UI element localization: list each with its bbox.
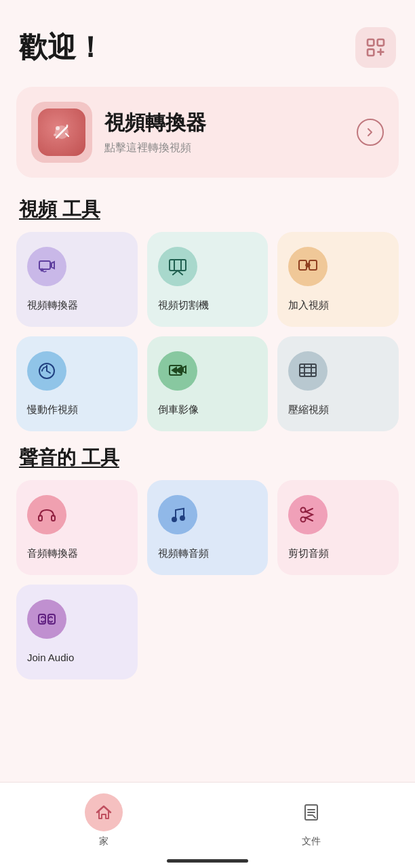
tool-label: 視頻切割機 <box>158 298 209 312</box>
compress-video-icon-wrap <box>288 351 328 391</box>
home-icon-wrap <box>85 793 123 831</box>
nav-documents-label: 文件 <box>302 835 321 848</box>
tool-cut-audio[interactable]: 剪切音頻 <box>277 480 399 575</box>
banner-text: 視頻轉換器 點擊這裡轉換視頻 <box>104 109 344 155</box>
reverse-video-icon-wrap <box>158 351 197 391</box>
scissors-icon <box>298 505 318 525</box>
tool-audio-converter[interactable]: 音頻轉換器 <box>16 480 138 575</box>
tool-label: 加入視頻 <box>288 298 329 312</box>
tool-label: 慢動作視頻 <box>27 403 78 416</box>
tool-label: 視頻轉音頻 <box>158 547 209 560</box>
video-tools-grid: 視頻轉換器 視頻切割機 <box>0 232 415 438</box>
join-audio-icon-wrap <box>27 599 66 639</box>
tool-reverse-video[interactable]: 倒車影像 <box>147 336 269 431</box>
svg-point-5 <box>54 134 56 136</box>
slow-motion-icon <box>37 361 57 381</box>
join-video-icon-wrap <box>288 247 328 286</box>
home-icon <box>94 803 113 822</box>
headphone-icon <box>37 505 57 525</box>
video-converter-icon <box>37 256 57 277</box>
banner-icon <box>38 108 85 156</box>
tool-video-to-audio[interactable]: 視頻轉音頻 <box>147 480 269 575</box>
svg-rect-9 <box>170 260 186 271</box>
cut-audio-icon-wrap <box>288 495 328 534</box>
video-cutter-icon <box>167 256 188 277</box>
wand-icon <box>48 119 75 146</box>
svg-rect-1 <box>378 39 384 45</box>
svg-point-6 <box>66 125 68 127</box>
document-icon <box>302 803 321 822</box>
banner-title: 視頻轉換器 <box>104 109 344 137</box>
svg-point-8 <box>41 269 43 271</box>
join-audio-icon <box>37 609 57 629</box>
svg-point-25 <box>180 516 184 520</box>
video-converter-banner[interactable]: 視頻轉換器 點擊這裡轉換視頻 <box>16 87 399 178</box>
tool-label: 倒車影像 <box>158 403 199 416</box>
slow-motion-icon-wrap <box>27 351 66 391</box>
nav-home-label: 家 <box>99 835 108 848</box>
arrow-right-icon <box>364 126 376 138</box>
svg-rect-17 <box>300 364 316 376</box>
video-to-audio-icon-wrap <box>158 495 197 534</box>
banner-arrow <box>357 119 384 146</box>
tool-compress-video[interactable]: 壓縮視頻 <box>277 336 399 431</box>
video-converter-icon-wrap <box>27 247 66 286</box>
banner-icon-wrap <box>31 102 92 163</box>
bottom-nav: 家 文件 <box>0 782 415 868</box>
tool-label: 剪切音頻 <box>288 547 329 560</box>
audio-tools-grid: 音頻轉換器 視頻轉音頻 <box>0 480 415 686</box>
page-title: 歡迎！ <box>19 28 104 66</box>
banner-subtitle: 點擊這裡轉換視頻 <box>104 141 344 155</box>
join-video-icon <box>298 256 318 277</box>
svg-point-4 <box>56 126 60 130</box>
svg-point-24 <box>172 517 176 521</box>
settings-icon <box>365 37 387 58</box>
nav-item-home[interactable]: 家 <box>0 793 208 848</box>
compress-video-icon <box>298 361 318 381</box>
nav-item-documents[interactable]: 文件 <box>208 793 415 848</box>
svg-rect-7 <box>39 261 50 269</box>
documents-icon-wrap <box>292 793 330 831</box>
reverse-video-icon <box>167 361 188 381</box>
tool-label: Join Audio <box>27 651 74 665</box>
tool-join-video[interactable]: 加入視頻 <box>277 232 399 327</box>
tool-label: 壓縮視頻 <box>288 403 329 416</box>
audio-tools-section-title: 聲音的 工具 <box>0 438 415 480</box>
music-note-icon <box>167 505 188 525</box>
video-cutter-icon-wrap <box>158 247 197 286</box>
bottom-indicator <box>167 859 248 863</box>
header: 歡迎！ <box>0 0 415 75</box>
tool-label: 音頻轉換器 <box>27 547 78 560</box>
tool-video-converter[interactable]: 視頻轉換器 <box>16 232 138 327</box>
audio-converter-icon-wrap <box>27 495 66 534</box>
tool-join-audio[interactable]: Join Audio <box>16 585 138 679</box>
settings-button[interactable] <box>355 27 396 68</box>
video-tools-section-title: 視頻 工具 <box>0 190 415 232</box>
tool-video-cutter[interactable]: 視頻切割機 <box>147 232 269 327</box>
svg-rect-0 <box>368 39 374 45</box>
svg-rect-2 <box>368 50 374 56</box>
tool-slow-motion[interactable]: 慢動作視頻 <box>16 336 138 431</box>
tool-label: 視頻轉換器 <box>27 298 78 312</box>
